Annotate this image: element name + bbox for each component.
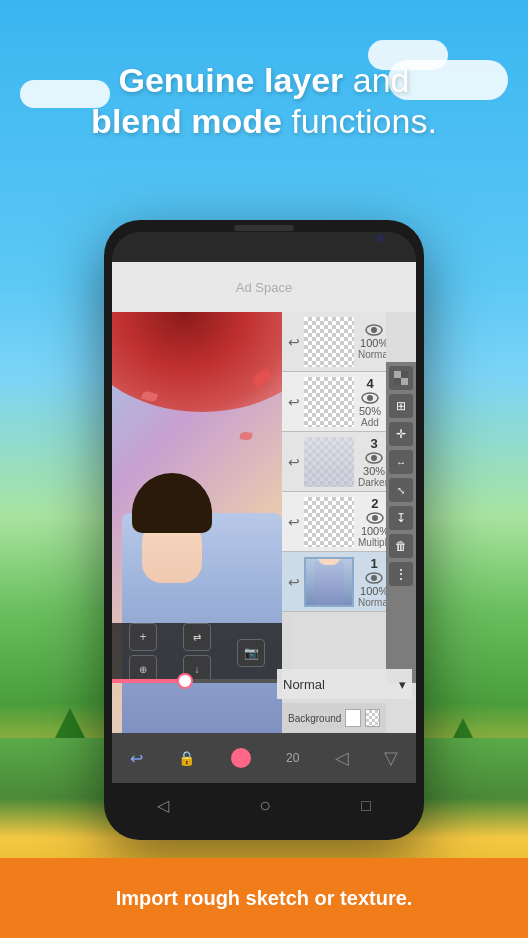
eye-icon-2[interactable] xyxy=(365,511,385,525)
header-line2-normal: functions. xyxy=(282,102,437,140)
eye-icon-3[interactable] xyxy=(364,451,384,465)
phone-nav: ◁ ○ □ xyxy=(112,783,416,828)
arrow-left-button[interactable]: ◁ xyxy=(335,747,349,769)
phone-device: Ad Space xyxy=(104,220,424,840)
header-section: Genuine layer and blend mode functions. xyxy=(0,60,528,142)
more-options-button[interactable]: ⋮ xyxy=(389,562,413,586)
brush-color-indicator[interactable] xyxy=(231,748,251,768)
svg-point-3 xyxy=(367,395,373,401)
flip-horizontal-icon: ↔ xyxy=(396,457,406,468)
merge-icon: ⊕ xyxy=(139,664,147,675)
add-layer-button[interactable]: + xyxy=(129,623,157,651)
layer-number-3: 3 xyxy=(371,436,378,451)
undo-button[interactable]: ↩ xyxy=(130,749,143,768)
bg-white-color[interactable] xyxy=(345,709,360,727)
character-hair xyxy=(132,473,212,533)
layer-blend-4: Add xyxy=(361,417,379,428)
layer-blend-1: Normal xyxy=(358,597,386,608)
bottom-banner-text: Import rough sketch or texture. xyxy=(116,887,413,910)
merge-arrow-1: ↩ xyxy=(288,574,300,590)
blend-mode-bar[interactable]: Normal ▾ xyxy=(277,669,412,699)
svg-rect-11 xyxy=(401,378,408,385)
down-icon: ↓ xyxy=(195,664,200,675)
flip-icon: ⇄ xyxy=(193,632,201,643)
opacity-slider-fill xyxy=(112,679,180,683)
opacity-slider-track[interactable] xyxy=(112,679,282,683)
right-toolbar: ⊞ ✛ ↔ ⤡ ↧ 🗑 xyxy=(386,362,416,683)
phone-inner: Ad Space xyxy=(112,232,416,828)
phone-camera xyxy=(376,234,384,242)
tool-size-value: 20 xyxy=(286,751,299,765)
layer-item-3[interactable]: ↩ 3 30% Darken xyxy=(282,432,386,492)
more-icon: ⋮ xyxy=(394,566,408,582)
layer-opacity-4: 50% xyxy=(359,405,381,417)
layer-opacity-top: 100% xyxy=(360,337,386,349)
lock-button[interactable]: 🔒 xyxy=(178,750,195,766)
svg-rect-13 xyxy=(394,378,401,385)
move-icon: ✛ xyxy=(396,427,406,441)
delete-icon: 🗑 xyxy=(395,539,407,553)
svg-rect-12 xyxy=(401,371,408,378)
layer-settings-icon: ⊞ xyxy=(396,399,406,413)
checkered-button[interactable] xyxy=(389,366,413,390)
layer-thumbnail-4 xyxy=(304,377,354,427)
svg-point-9 xyxy=(371,575,377,581)
arrow-down-button[interactable]: ▽ xyxy=(384,747,398,769)
back-button[interactable]: ◁ xyxy=(157,796,169,815)
eye-icon-top[interactable] xyxy=(364,323,384,337)
canvas-bottom-toolbar: + ⊕ ⇄ ↓ xyxy=(112,623,282,683)
phone-speaker xyxy=(234,225,294,231)
header-line2-bold: blend mode xyxy=(91,102,282,140)
layer-item-4[interactable]: ↩ 4 50% Add xyxy=(282,372,386,432)
transform-button[interactable]: ⤡ xyxy=(389,478,413,502)
download-button[interactable]: ↧ xyxy=(389,506,413,530)
recent-button[interactable]: □ xyxy=(361,797,371,815)
layer-thumbnail-2 xyxy=(304,497,354,547)
svg-point-5 xyxy=(371,455,377,461)
add-layer-group[interactable]: + ⊕ xyxy=(129,623,157,683)
layer-info-top: 100% Normal xyxy=(358,323,386,360)
background-label: Background xyxy=(288,713,341,724)
delete-button[interactable]: 🗑 xyxy=(389,534,413,558)
eye-icon-4[interactable] xyxy=(360,391,380,405)
layer-number-2: 2 xyxy=(371,496,378,511)
plus-icon: + xyxy=(139,630,146,644)
merge-arrow-top: ↩ xyxy=(288,334,300,350)
petal-3 xyxy=(239,431,252,441)
ad-space: Ad Space xyxy=(112,262,416,312)
blend-mode-label: Normal xyxy=(283,677,325,692)
merge-arrow-4: ↩ xyxy=(288,394,300,410)
bg-checkered-color[interactable] xyxy=(365,709,380,727)
layer-number-4: 4 xyxy=(366,376,373,391)
download-icon: ↧ xyxy=(396,511,406,525)
layer-number-1: 1 xyxy=(371,556,378,571)
layer-opacity-3: 30% xyxy=(363,465,385,477)
layer-blend-2: Multiply xyxy=(358,537,386,548)
merge-arrow-2: ↩ xyxy=(288,514,300,530)
hair-element xyxy=(112,312,292,412)
layer-settings-button[interactable]: ⊞ xyxy=(389,394,413,418)
layer-opacity-1: 100% xyxy=(360,585,386,597)
canvas-area[interactable]: + ⊕ ⇄ ↓ xyxy=(112,312,292,733)
layer-item-top[interactable]: ↩ 100% Normal xyxy=(282,312,386,372)
camera-button[interactable]: 📷 xyxy=(237,639,265,667)
background-row: Background xyxy=(282,703,386,733)
move-button[interactable]: ✛ xyxy=(389,422,413,446)
eye-icon-1[interactable] xyxy=(364,571,384,585)
opacity-slider-thumb[interactable] xyxy=(177,673,193,689)
layer-item-2[interactable]: ↩ 2 100% Multiply xyxy=(282,492,386,552)
layer-thumbnail-3 xyxy=(304,437,354,487)
layer-item-1[interactable]: ↩ 1 100% xyxy=(282,552,386,612)
layer-thumbnail-top xyxy=(304,317,354,367)
app-screen: Ad Space xyxy=(112,262,416,783)
home-button[interactable]: ○ xyxy=(259,794,271,817)
transform-icon: ⤡ xyxy=(397,485,405,496)
flip-horizontal-button[interactable]: ↔ xyxy=(389,450,413,474)
header-line1-bold: Genuine layer xyxy=(118,61,343,99)
flip-button[interactable]: ⇄ xyxy=(183,623,211,651)
svg-point-7 xyxy=(372,515,378,521)
layer-blend-top: Normal xyxy=(358,349,386,360)
bottom-banner: Import rough sketch or texture. xyxy=(0,858,528,938)
bottom-toolbar: ↩ 🔒 20 ◁ ▽ xyxy=(112,733,416,783)
camera-group[interactable]: 📷 xyxy=(237,639,265,667)
